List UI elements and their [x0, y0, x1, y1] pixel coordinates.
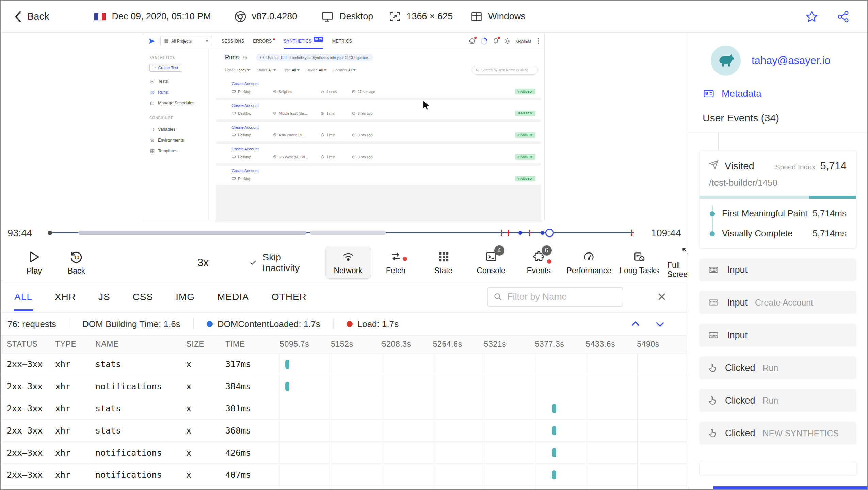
sidebar-item-manage-schedules[interactable]: Manage Schedules — [149, 98, 203, 109]
clock-icon — [352, 89, 356, 94]
network-tabs: ALL XHR JS CSS IMG MEDIA OTHER × — [1, 281, 688, 312]
test-search-input[interactable] — [481, 68, 534, 72]
sidebar-item-templates[interactable]: Templates — [149, 146, 203, 157]
toggle-fetch[interactable]: Fetch — [373, 247, 419, 279]
run-test-name[interactable]: Create Account — [232, 169, 535, 173]
request-row[interactable]: 2xx–3xxxhrnotificationsx384ms — [1, 375, 688, 397]
event-value: NEW SYNTHETICS — [763, 428, 839, 438]
tab-all[interactable]: ALL — [14, 283, 33, 311]
settings-gear-icon[interactable] — [504, 38, 511, 44]
metric-visually-complete: Visually Complete 5,714ms — [700, 228, 847, 239]
toggle-network[interactable]: Network — [325, 247, 371, 279]
user-email[interactable]: tahay@asayer.io — [752, 54, 830, 67]
run-test-name[interactable]: Create Account — [232, 103, 535, 108]
share-icon[interactable] — [837, 10, 850, 23]
run-test-name[interactable]: Create Account — [232, 147, 535, 151]
location-pin-icon — [273, 155, 277, 159]
long-tasks-icon — [633, 251, 646, 262]
tab-errors[interactable]: ERRORS — [253, 33, 275, 49]
filter-period[interactable]: PeriodToday — [225, 68, 250, 72]
run-row[interactable]: Create Account Desktop US West (N. Cal..… — [216, 144, 541, 163]
timeline-handle[interactable] — [545, 229, 554, 237]
event-input[interactable]: Input — [699, 258, 856, 281]
run-row[interactable]: Create Account Desktop Asia Pacific (M..… — [216, 122, 541, 141]
project-selector-value: All Projects — [171, 39, 192, 44]
filter-by-name-input[interactable] — [507, 292, 617, 302]
create-test-button[interactable]: + Create Test — [149, 64, 182, 72]
tab-js[interactable]: JS — [98, 283, 111, 311]
toggle-long-tasks[interactable]: Long Tasks — [616, 247, 662, 279]
sidebar-item-variables[interactable]: Variables — [149, 124, 203, 135]
keyboard-icon — [707, 297, 720, 308]
session-player-page: { "header": { "back": "Back", "datetime"… — [0, 0, 868, 490]
skip-inactivity-toggle[interactable]: Skip Inactivity — [250, 252, 303, 274]
notifications-bell-icon[interactable] — [493, 38, 499, 44]
toggle-console[interactable]: 4 Console — [468, 247, 514, 279]
integrations-puzzle-icon[interactable] — [469, 38, 476, 44]
tab-synthetics[interactable]: SYNTHETICSNEW — [284, 33, 323, 49]
request-row[interactable]: 2xx–3xxxhrnotificationsx407ms — [1, 464, 688, 486]
back-button[interactable]: Back — [14, 11, 49, 23]
metadata-button[interactable]: Metadata — [702, 88, 857, 99]
browser-icon — [234, 11, 246, 23]
filter-type[interactable]: TypeAll — [283, 68, 300, 72]
event-click[interactable]: Clicked Run — [699, 356, 856, 379]
timer-icon — [320, 133, 324, 137]
tab-css[interactable]: CSS — [132, 283, 154, 311]
timeline-track[interactable] — [49, 229, 634, 237]
tab-sessions[interactable]: SESSIONS — [222, 33, 244, 49]
event-input[interactable]: Input Create Account — [699, 291, 856, 314]
run-row[interactable]: Create Account Desktop Belgium 4 secs 27… — [216, 79, 541, 98]
cli-link[interactable]: CLI — [281, 55, 286, 60]
horizontal-scrollbar[interactable] — [713, 486, 867, 489]
run-test-name[interactable]: Create Account — [232, 125, 535, 129]
monitor-icon — [232, 155, 236, 159]
tab-media[interactable]: MEDIA — [216, 283, 250, 311]
tab-other[interactable]: OTHER — [271, 283, 307, 311]
visited-event-card[interactable]: Visited Speed Index 5,714 /test-builder/… — [699, 150, 856, 249]
request-row[interactable]: 2xx–3xxxhrstatsx317ms — [1, 353, 688, 375]
tab-img[interactable]: IMG — [175, 283, 195, 311]
user-events-list[interactable]: Visited Speed Index 5,714 /test-builder/… — [688, 132, 867, 489]
request-row[interactable]: 2xx–3xxxhrnotificationsx426ms — [1, 442, 688, 464]
alert-dot — [498, 37, 500, 39]
project-selector[interactable]: All Projects — [160, 36, 212, 46]
sidebar-item-environments[interactable]: Environments — [149, 135, 203, 146]
jump-next-button[interactable] — [654, 318, 666, 330]
play-button[interactable]: Play — [27, 250, 42, 276]
test-search-box[interactable] — [472, 66, 538, 75]
back-10-button[interactable]: 10 Back — [68, 250, 85, 276]
filter-status[interactable]: StatusAll — [257, 68, 276, 72]
event-click[interactable]: Clicked NEW SYNTHETICS — [699, 422, 856, 445]
run-test-name[interactable]: Create Account — [232, 82, 535, 86]
filter-by-name-box[interactable] — [487, 287, 623, 307]
speed-button[interactable]: 3x — [197, 257, 209, 269]
jump-prev-button[interactable] — [629, 318, 642, 330]
tab-metrics[interactable]: METRICS — [332, 33, 352, 49]
tab-xhr[interactable]: XHR — [54, 283, 77, 311]
resolution-icon — [389, 11, 401, 23]
search-icon — [493, 292, 502, 302]
toggle-performance[interactable]: Performance — [564, 247, 615, 279]
sidebar-item-tests[interactable]: Tests — [149, 76, 203, 87]
close-panel-button[interactable]: × — [657, 289, 666, 304]
toggle-state[interactable]: State — [421, 247, 466, 279]
request-row[interactable]: 2xx–3xxxhrstatsx381ms — [1, 397, 688, 420]
load-dot — [347, 321, 353, 327]
event-click[interactable]: Clicked Run — [699, 389, 856, 412]
network-table-header: STATUS TYPE NAME SIZE TIME 5095.7s 5152s… — [1, 336, 688, 353]
monitor-icon — [321, 11, 334, 23]
inactivity-segment — [78, 231, 306, 235]
sidebar-item-runs[interactable]: Runs — [149, 87, 203, 98]
event-value: Run — [763, 396, 778, 406]
more-options-icon[interactable] — [536, 38, 541, 44]
favorite-star-icon[interactable] — [805, 10, 818, 23]
filter-location[interactable]: LocationAll — [333, 68, 356, 72]
user-menu[interactable]: KRAIEM — [516, 39, 531, 43]
filter-device[interactable]: DeviceAll — [306, 68, 326, 72]
event-input[interactable]: Input — [699, 324, 856, 347]
run-row[interactable]: Create Account Desktop Middle East (Ba..… — [216, 100, 541, 119]
run-row[interactable]: Create Account Desktop PASSED — [216, 166, 541, 185]
toggle-events[interactable]: 6 Events — [516, 247, 562, 279]
request-row[interactable]: 2xx–3xxxhrstatsx368ms — [1, 420, 688, 442]
